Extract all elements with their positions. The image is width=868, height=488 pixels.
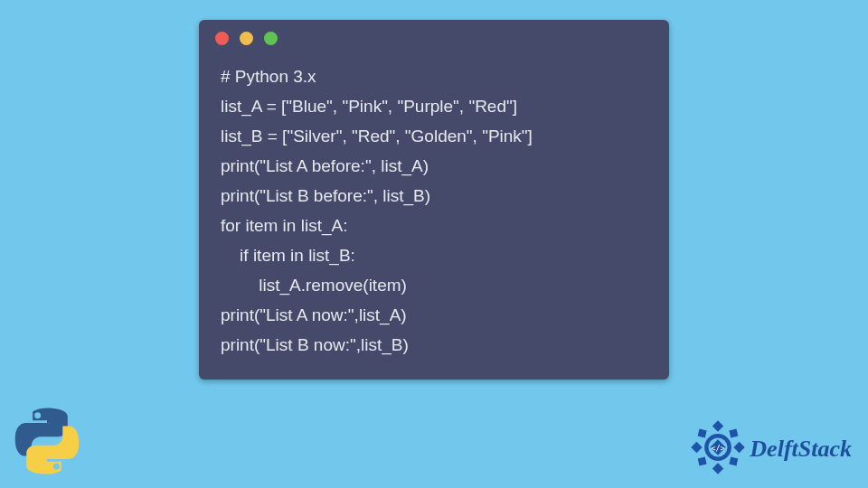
- svg-marker-8: [698, 457, 707, 466]
- svg-point-0: [34, 412, 41, 418]
- svg-marker-9: [730, 457, 739, 466]
- svg-marker-4: [692, 442, 703, 453]
- maximize-icon: [264, 32, 278, 45]
- code-window: # Python 3.x list_A = ["Blue", "Pink", "…: [199, 20, 669, 380]
- code-line: print("List A before:", list_A): [221, 156, 429, 175]
- code-line: if item in list_B:: [221, 246, 355, 265]
- code-line: for item in list_A:: [221, 216, 347, 235]
- svg-marker-5: [734, 442, 745, 453]
- code-line: list_A = ["Blue", "Pink", "Purple", "Red…: [221, 97, 517, 116]
- brand-badge: </> DelftStack: [690, 419, 852, 479]
- code-line: # Python 3.x: [221, 67, 316, 86]
- svg-text:</>: </>: [712, 444, 726, 453]
- delftstack-logo-icon: </>: [690, 419, 746, 479]
- code-body: # Python 3.x list_A = ["Blue", "Pink", "…: [199, 56, 669, 365]
- code-line: list_B = ["Silver", "Red", "Golden", "Pi…: [221, 127, 533, 145]
- svg-point-1: [53, 464, 60, 470]
- python-logo-icon: [13, 407, 81, 479]
- svg-marker-6: [698, 429, 707, 438]
- code-line: print("List B now:",list_B): [221, 335, 409, 354]
- code-line: list_A.remove(item): [221, 276, 407, 295]
- minimize-icon: [240, 32, 253, 45]
- brand-name: DelftStack: [750, 436, 852, 463]
- svg-marker-7: [730, 429, 739, 438]
- close-icon: [215, 32, 229, 45]
- window-titlebar: [199, 20, 669, 56]
- code-line: print("List B before:", list_B): [221, 186, 430, 205]
- code-line: print("List A now:",list_A): [221, 305, 407, 324]
- svg-marker-2: [712, 420, 723, 431]
- svg-marker-3: [712, 463, 723, 474]
